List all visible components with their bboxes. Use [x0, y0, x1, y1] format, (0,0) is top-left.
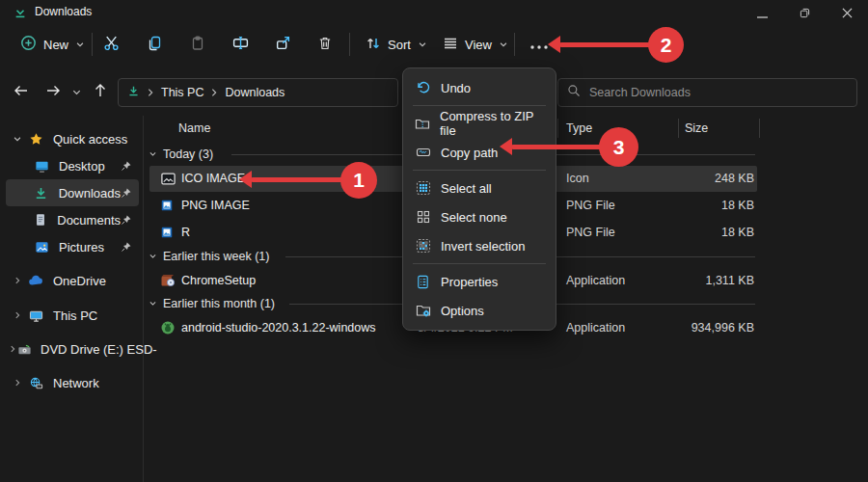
select-all-icon [415, 180, 431, 196]
search-input[interactable] [587, 85, 848, 100]
file-name: ChromeSetup [181, 274, 256, 287]
file-size: 1,311 KB [646, 274, 754, 287]
menu-item-properties[interactable]: Properties [403, 267, 556, 296]
column-header-name[interactable]: Name [178, 121, 210, 135]
chevron-down-icon [499, 38, 508, 52]
sidebar-item-this-pc[interactable]: This PC [6, 302, 139, 329]
this-pc-icon [27, 308, 44, 323]
forward-button[interactable] [40, 79, 67, 106]
delete-button[interactable] [308, 30, 342, 59]
sidebar-item-pictures[interactable]: Pictures [6, 233, 139, 260]
minimize-icon [757, 5, 768, 22]
sidebar-item-downloads[interactable]: Downloads [6, 179, 139, 206]
sidebar-item-onedrive[interactable]: OneDrive [6, 267, 139, 294]
menu-separator [413, 263, 546, 264]
group-header-today[interactable]: Today (3) [149, 145, 213, 164]
arrow-up-icon [93, 83, 108, 102]
chevron-right-icon [8, 276, 27, 285]
copy-icon [147, 36, 162, 54]
breadcrumb-chevron-icon [147, 84, 154, 101]
file-size: 934,996 KB [646, 321, 754, 335]
sidebar-item-quick-access[interactable]: Quick access [6, 125, 139, 152]
ico-file-icon [160, 171, 176, 190]
restore-button[interactable] [783, 0, 826, 27]
annotation-step-2: 2 [648, 27, 684, 63]
copy-button[interactable] [137, 30, 172, 59]
more-icon [530, 38, 548, 52]
menu-item-select-none[interactable]: Select none [403, 202, 556, 231]
restore-icon [800, 5, 810, 22]
close-button[interactable] [826, 0, 868, 27]
sidebar-item-desktop[interactable]: Desktop [6, 152, 139, 179]
downloads-icon [127, 84, 140, 101]
menu-item-compress-to-zip[interactable]: Compress to ZIP file [403, 109, 556, 138]
file-name: R [181, 226, 190, 239]
installer-file-icon [160, 273, 176, 291]
android-studio-icon [160, 320, 176, 338]
pin-icon [121, 241, 132, 253]
menu-item-select-all[interactable]: Select all [403, 174, 556, 202]
view-button[interactable]: View [434, 30, 517, 59]
file-name: ICO IMAGE [181, 172, 245, 185]
file-size: 18 KB [646, 226, 754, 239]
column-separator[interactable] [557, 119, 558, 138]
recent-locations-button[interactable] [66, 79, 87, 106]
back-button[interactable] [8, 79, 35, 106]
column-separator[interactable] [759, 119, 760, 138]
titlebar: Downloads [0, 0, 868, 25]
group-header-earlier-this-week[interactable]: Earlier this week (1) [149, 247, 269, 266]
breadcrumb-downloads[interactable]: Downloads [225, 86, 285, 99]
cut-button[interactable] [94, 30, 128, 59]
chevron-down-icon [149, 297, 157, 310]
address-bar[interactable]: This PC Downloads [118, 78, 398, 107]
toolbar-separator [514, 33, 515, 56]
minimize-button[interactable] [741, 0, 783, 27]
png-file-icon [160, 199, 174, 215]
group-header-earlier-this-month[interactable]: Earlier this month (1) [149, 294, 275, 313]
file-size: 248 KB [646, 172, 754, 185]
toolbar-separator [92, 33, 93, 56]
chevron-down-icon [71, 84, 82, 101]
menu-item-undo[interactable]: Undo [403, 73, 556, 102]
invert-selection-icon [415, 238, 431, 254]
annotation-arrow-2 [559, 42, 651, 47]
file-type: PNG File [566, 199, 615, 212]
column-header-size[interactable]: Size [685, 121, 708, 135]
view-icon [443, 36, 458, 54]
annotation-step-1: 1 [340, 162, 377, 199]
file-name: PNG IMAGE [181, 199, 250, 212]
up-button[interactable] [87, 79, 114, 106]
menu-item-copy-path[interactable]: Copy path [403, 138, 556, 167]
cut-icon [103, 35, 120, 54]
desktop-icon [33, 159, 50, 174]
new-label: New [43, 38, 68, 52]
column-separator[interactable] [678, 119, 679, 138]
onedrive-cloud-icon [27, 273, 44, 288]
sidebar-item-documents[interactable]: Documents [6, 206, 139, 233]
star-icon [27, 132, 44, 147]
column-header-type[interactable]: Type [566, 121, 592, 135]
sort-icon [366, 36, 381, 54]
view-label: View [465, 38, 492, 52]
breadcrumb-chevron-icon [210, 84, 218, 101]
sidebar-item-network[interactable]: Network [6, 369, 139, 396]
share-button[interactable] [265, 30, 300, 59]
pictures-icon [33, 240, 50, 254]
breadcrumb-this-pc[interactable]: This PC [161, 86, 203, 99]
sort-button[interactable]: Sort [357, 30, 436, 59]
pin-icon [121, 214, 132, 226]
chevron-down-icon [149, 250, 157, 263]
new-button[interactable]: New [12, 30, 94, 59]
menu-item-invert-selection[interactable]: Invert selection [403, 231, 556, 260]
menu-separator [413, 170, 546, 171]
rename-icon [232, 35, 249, 54]
paste-button[interactable] [180, 30, 215, 59]
undo-icon [415, 80, 431, 95]
chevron-right-icon [8, 344, 17, 354]
file-explorer-window: Downloads New [0, 0, 868, 482]
png-file-icon [160, 226, 174, 242]
rename-button[interactable] [223, 30, 258, 59]
sidebar-item-dvd-drive[interactable]: DVD Drive (E:) ESD- [6, 335, 139, 362]
arrow-left-icon [14, 83, 29, 102]
menu-item-options[interactable]: Options [403, 296, 556, 325]
